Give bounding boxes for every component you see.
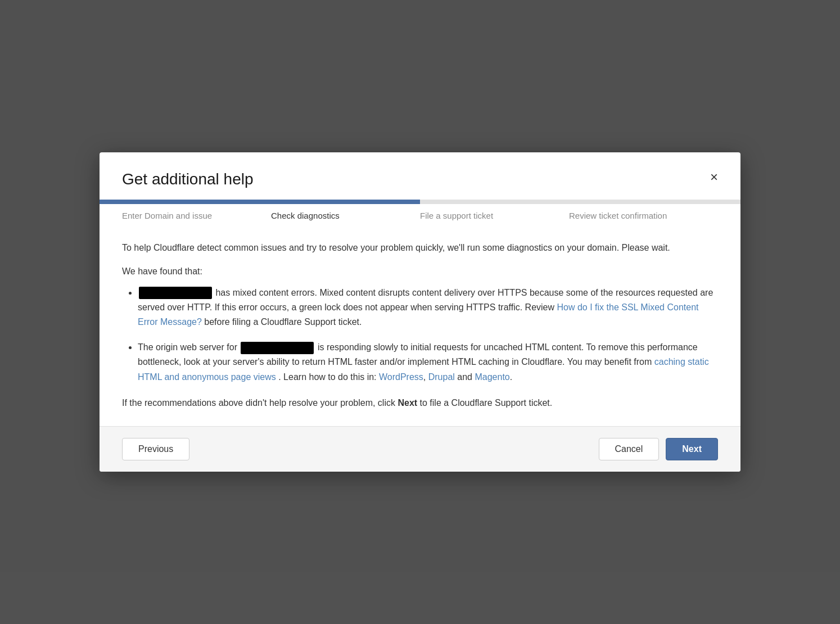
- finding-2: The origin web server for is responding …: [138, 340, 718, 385]
- step-3-label: File a support ticket: [420, 211, 569, 225]
- conclusion-pre: If the recommendations above didn't help…: [122, 398, 395, 408]
- wordpress-link[interactable]: WordPress: [379, 372, 423, 382]
- conclusion-post: to file a Cloudflare Support ticket.: [420, 398, 553, 408]
- finding-2-pre: The origin web server for: [138, 342, 237, 352]
- footer-right-actions: Cancel Next: [599, 438, 719, 460]
- conclusion-paragraph: If the recommendations above didn't help…: [122, 396, 718, 410]
- redacted-domain-1: [139, 287, 212, 299]
- magento-link[interactable]: Magento: [475, 372, 509, 382]
- modal-title: Get additional help: [122, 170, 718, 188]
- intro-paragraph: To help Cloudflare detect common issues …: [122, 241, 718, 255]
- previous-button[interactable]: Previous: [122, 438, 189, 460]
- finding-1-post: before filing a Cloudflare Support ticke…: [204, 317, 362, 327]
- next-button[interactable]: Next: [666, 438, 718, 460]
- backdrop: Get additional help × Enter Domain and i…: [0, 0, 840, 624]
- modal-footer: Previous Cancel Next: [100, 426, 740, 472]
- step-2-label: Check diagnostics: [271, 211, 420, 225]
- conclusion-next-bold: Next: [398, 398, 417, 408]
- found-heading: We have found that:: [122, 264, 718, 279]
- close-button[interactable]: ×: [706, 168, 722, 186]
- comma-sep: ,: [423, 372, 428, 382]
- progress-bar-container: [100, 200, 740, 204]
- redacted-domain-2: [241, 342, 314, 354]
- modal-body: To help Cloudflare detect common issues …: [100, 225, 740, 426]
- period: .: [510, 372, 512, 382]
- step-4-label: Review ticket confirmation: [569, 211, 718, 225]
- step-1-label: Enter Domain and issue: [122, 211, 271, 225]
- modal-dialog: Get additional help × Enter Domain and i…: [100, 152, 740, 471]
- findings-list: has mixed content errors. Mixed content …: [122, 286, 718, 385]
- cancel-button[interactable]: Cancel: [599, 438, 660, 460]
- and-sep: and: [455, 372, 475, 382]
- steps-row: Enter Domain and issue Check diagnostics…: [100, 204, 740, 225]
- modal-header: Get additional help ×: [100, 152, 740, 188]
- finding-2-suffix: . Learn how to do this in:: [278, 372, 379, 382]
- drupal-link[interactable]: Drupal: [428, 372, 455, 382]
- finding-1: has mixed content errors. Mixed content …: [138, 286, 718, 330]
- intro-text: To help Cloudflare detect common issues …: [122, 243, 670, 252]
- progress-bar-fill: [100, 200, 420, 204]
